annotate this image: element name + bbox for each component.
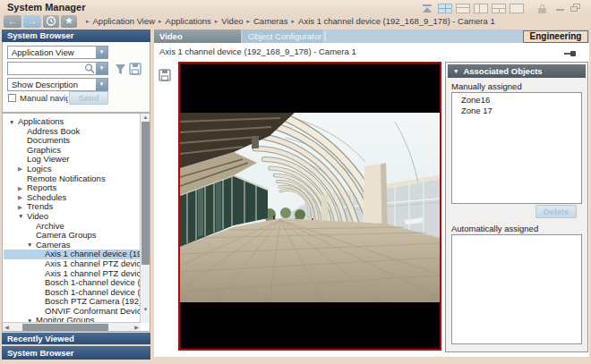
tree-item-label: Reports: [27, 182, 56, 192]
tree-collapsed-icon[interactable]: ▶: [18, 184, 27, 194]
layout-columns-icon[interactable]: [474, 4, 488, 13]
tree-collapsed-icon[interactable]: ▶: [18, 193, 27, 203]
tree-collapsed-icon[interactable]: ▶: [18, 165, 27, 174]
system-manager-window: System Manager ← → ★ ▸Application View▸A…: [0, 0, 591, 364]
camera-title: Axis 1 channel device (192_168_9_178) - …: [159, 47, 356, 56]
tree-item-label: Bosch PTZ Camera (192_168_9_1: [45, 296, 150, 306]
breadcrumb-separator-icon: ▸: [243, 18, 253, 24]
arrow-right-icon: →: [28, 16, 37, 26]
tree-item-label: Documents: [27, 135, 70, 145]
breadcrumb-item[interactable]: Video: [221, 16, 243, 26]
breadcrumb-item[interactable]: Axis 1 channel device (192_168_9_178) - …: [298, 16, 495, 26]
manual-navigation-checkbox[interactable]: [8, 94, 16, 102]
chevron-down-icon[interactable]: ▼: [96, 47, 107, 58]
breadcrumb-separator-icon: ▸: [211, 18, 222, 24]
chevron-down-icon[interactable]: ▼: [96, 63, 107, 74]
minimize-button[interactable]: [556, 9, 564, 11]
restore-button[interactable]: [570, 4, 580, 12]
tree-collapsed-icon[interactable]: ▶: [18, 203, 27, 213]
scrollbar-thumb[interactable]: [22, 324, 108, 331]
zone-list-item[interactable]: Zone 17: [452, 104, 581, 114]
tree-item-label: Applications: [18, 116, 64, 126]
view-selector-dropdown[interactable]: Application View ▼: [7, 46, 108, 59]
tree-item-label: Trends: [27, 201, 53, 211]
search-icon[interactable]: [83, 63, 96, 74]
chevron-down-icon: ▼: [448, 68, 463, 74]
tree-item[interactable]: Camera Groups: [4, 231, 140, 241]
tree-item[interactable]: Log Viewer: [4, 155, 140, 165]
tree-expanded-icon[interactable]: ▼: [18, 212, 27, 222]
breadcrumb-separator-icon: ▸: [155, 18, 166, 24]
send-button[interactable]: Send: [69, 91, 108, 105]
tab-object-configurator[interactable]: Object Configurator: [243, 30, 322, 43]
pin-icon[interactable]: [564, 51, 577, 56]
camera-video-frame[interactable]: [178, 62, 441, 351]
scrollbar-thumb[interactable]: [141, 122, 150, 265]
tree-item[interactable]: Address Book: [4, 127, 140, 137]
view-selector-value: Application View: [8, 47, 96, 57]
system-browser-tree: ▼ApplicationsAddress BookDocumentsGraphi…: [2, 113, 150, 332]
window-title: System Manager: [7, 2, 85, 13]
search-combo[interactable]: ▼: [7, 62, 108, 75]
tree-item-label: Cameras: [36, 240, 71, 250]
tree-item[interactable]: Graphics: [4, 146, 140, 156]
tree-item[interactable]: ▶Reports: [4, 183, 140, 193]
associated-objects-header[interactable]: ▼Associated Objects: [448, 64, 586, 78]
scroll-right-icon[interactable]: ▶: [133, 323, 141, 332]
save-filter-icon[interactable]: [129, 63, 141, 75]
manual-navigation-label: Manual navigatio: [20, 93, 68, 103]
zone-list-item[interactable]: Zone16: [452, 93, 581, 104]
breadcrumb-item[interactable]: Applications: [166, 16, 211, 26]
tree-item-label: Remote Notifications: [27, 174, 106, 183]
tree-rows: ▼ApplicationsAddress BookDocumentsGraphi…: [4, 117, 140, 326]
star-icon: ★: [65, 16, 73, 25]
system-browser-bar[interactable]: System Browser: [2, 346, 150, 360]
tree-item[interactable]: ▼Video: [4, 212, 140, 222]
delete-button[interactable]: Delete: [535, 205, 577, 218]
forward-button[interactable]: →: [23, 15, 41, 28]
tree-item[interactable]: ▶Trends: [4, 202, 140, 212]
tree-expanded-icon[interactable]: ▼: [27, 241, 36, 250]
recently-viewed-bar[interactable]: Recently Viewed: [2, 333, 150, 345]
tree-horizontal-scrollbar[interactable]: ◀ ▶: [3, 322, 141, 331]
tree-item-label: Video: [27, 211, 48, 221]
tree-item-label: Axis 1 channel PTZ device (192_1: [45, 268, 150, 278]
tree-item-label: Axis 1 channel device (192_168_: [45, 249, 150, 258]
scroll-up-icon[interactable]: ▲: [141, 114, 150, 122]
layout-grid-2x2-icon[interactable]: [438, 4, 452, 13]
layout-single-icon[interactable]: [510, 4, 524, 13]
save-snapshot-button[interactable]: [158, 69, 171, 81]
clock-icon: [43, 15, 59, 27]
collapse-panel-icon[interactable]: [422, 4, 433, 13]
breadcrumb-item[interactable]: Application View: [93, 16, 156, 26]
tab-video[interactable]: Video: [154, 30, 241, 43]
layout-mixed-icon[interactable]: [492, 4, 506, 13]
tree-item-label: Bosch 1-channel device (192_16: [45, 277, 150, 287]
filter-icon[interactable]: [115, 63, 126, 75]
breadcrumb-item[interactable]: Cameras: [253, 16, 288, 26]
manually-assigned-list[interactable]: Zone16Zone 17: [451, 92, 582, 204]
back-button[interactable]: ←: [4, 15, 21, 28]
favorites-button[interactable]: ★: [61, 15, 77, 28]
layout-rows-icon[interactable]: [456, 4, 470, 13]
display-mode-dropdown[interactable]: Show Description ▼: [7, 78, 108, 91]
tree-item[interactable]: ▶Schedules: [4, 193, 140, 203]
breadcrumb: ▸Application View▸Applications▸Video▸Cam…: [82, 16, 503, 29]
breadcrumb-separator-icon: ▸: [288, 18, 299, 24]
display-mode-value: Show Description: [8, 80, 96, 89]
tree-item[interactable]: Remote Notifications: [4, 174, 140, 184]
lock-icon: [538, 4, 546, 13]
tree-item[interactable]: Documents: [4, 136, 140, 146]
chevron-down-icon[interactable]: ▼: [96, 79, 107, 90]
scroll-left-icon[interactable]: ◀: [3, 323, 11, 332]
automatically-assigned-list[interactable]: [451, 234, 582, 344]
scroll-down-icon[interactable]: ▼: [141, 306, 150, 314]
tree-expanded-icon[interactable]: ▼: [9, 118, 18, 128]
tree-vertical-scrollbar[interactable]: ▲ ▼: [140, 114, 150, 323]
tab-divider: [324, 31, 326, 41]
engineering-button[interactable]: Engineering: [523, 30, 588, 43]
walkway-photo: [180, 113, 440, 302]
history-button[interactable]: [43, 15, 59, 28]
tree-item-label: Graphics: [27, 145, 61, 155]
tree-item-label: Camera Groups: [36, 230, 97, 240]
